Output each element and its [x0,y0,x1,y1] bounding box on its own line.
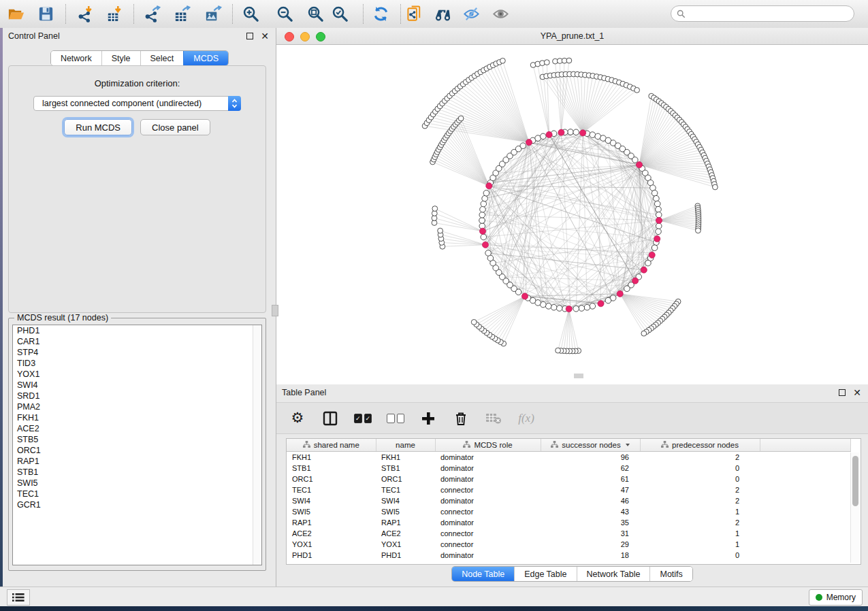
close-panel-icon[interactable]: ✕ [852,387,863,398]
mcds-result-item[interactable]: STP4 [13,347,261,358]
refresh-layout-icon[interactable] [369,3,392,25]
deselect-all-icon[interactable] [387,410,404,427]
mcds-result-item[interactable]: YOX1 [13,369,261,380]
table-cell[interactable]: ORC1 [376,474,435,484]
table-cell[interactable]: 18 [541,550,640,561]
table-row[interactable]: RAP1RAP1dominator352 [287,517,850,528]
table-cell[interactable]: 2 [640,452,760,463]
table-cell[interactable]: ACE2 [376,528,435,539]
table-row[interactable]: SWI4SWI4dominator462 [287,495,850,506]
table-cell[interactable]: STB1 [287,463,376,474]
table-row[interactable]: FKH1FKH1dominator962 [287,452,850,463]
import-network-icon[interactable] [73,3,96,25]
save-session-icon[interactable] [34,3,57,25]
table-cell[interactable]: ORC1 [287,474,376,484]
hide-selected-icon[interactable] [460,3,483,25]
tab-mcds[interactable]: MCDS [183,51,228,65]
table-row[interactable]: ACE2ACE2connector311 [287,528,850,539]
table-cell[interactable]: 0 [640,550,760,561]
splitter-handle[interactable] [272,305,278,316]
table-cell[interactable]: SWI5 [376,506,435,517]
table-cell[interactable]: PHD1 [376,550,435,561]
close-window-button[interactable] [285,32,294,42]
table-row[interactable]: ORC1ORC1dominator610 [287,474,850,484]
import-table-icon[interactable] [102,3,125,25]
table-cell[interactable]: TEC1 [287,484,376,495]
column-header-shared-name[interactable]: shared name [287,439,376,452]
table-cell[interactable]: 1 [640,506,760,517]
column-header-predecessor-nodes[interactable]: predecessor nodes [640,439,760,452]
table-row[interactable]: PHD1PHD1dominator180 [287,550,850,561]
mcds-result-item[interactable]: TEC1 [13,489,261,499]
zoom-out-icon[interactable] [273,3,296,25]
export-image-icon[interactable] [201,3,224,25]
mcds-result-item[interactable]: SWI5 [13,478,261,489]
float-panel-icon[interactable] [244,31,255,42]
optimization-criterion-select[interactable]: largest connected component (undirected) [33,96,241,111]
zoom-selected-icon[interactable] [328,3,351,25]
table-cell[interactable]: 2 [640,495,760,506]
table-cell[interactable]: connector [435,484,541,495]
mcds-result-item[interactable]: ORC1 [13,445,261,456]
table-cell[interactable]: SWI4 [287,495,376,506]
splitter-handle[interactable] [574,374,583,378]
first-neighbors-icon[interactable] [431,3,454,25]
show-column-icon[interactable] [321,410,339,427]
export-table-icon[interactable] [170,3,193,25]
table-cell[interactable]: RAP1 [376,517,435,528]
share-document-icon[interactable] [403,3,426,25]
add-column-icon[interactable] [419,410,437,427]
table-cell[interactable]: connector [435,528,541,539]
function-builder-icon[interactable]: f(x) [517,410,535,427]
float-panel-icon[interactable] [837,387,848,398]
zoom-window-button[interactable] [316,32,325,42]
tab-motifs[interactable]: Motifs [649,567,692,581]
table-cell[interactable]: STB1 [376,463,435,474]
table-cell[interactable]: dominator [435,452,541,463]
export-network-icon[interactable] [140,3,163,25]
mcds-result-item[interactable]: GCR1 [13,499,261,510]
table-cell[interactable]: connector [435,539,541,550]
show-all-icon[interactable] [489,3,512,25]
table-row[interactable]: YOX1YOX1connector291 [287,539,850,550]
table-cell[interactable]: SWI5 [287,506,376,517]
table-cell[interactable]: dominator [435,474,541,484]
table-cell[interactable]: YOX1 [287,539,376,550]
delete-column-icon[interactable] [452,410,470,427]
table-cell[interactable]: dominator [435,463,541,474]
close-panel-icon[interactable]: ✕ [259,31,270,42]
mcds-result-item[interactable]: TID3 [13,358,261,369]
table-cell[interactable]: dominator [435,495,541,506]
table-row[interactable]: SWI5SWI5connector431 [287,506,850,517]
table-cell[interactable]: ACE2 [287,528,376,539]
table-cell[interactable]: SWI4 [376,495,435,506]
table-cell[interactable]: PHD1 [287,550,376,561]
table-cell[interactable]: 47 [541,484,640,495]
select-all-icon[interactable]: ✓✓ [354,410,372,427]
table-cell[interactable]: 0 [640,463,760,474]
mcds-result-item[interactable]: SWI4 [13,380,261,391]
delete-table-icon[interactable] [485,410,502,427]
mcds-result-item[interactable]: STB5 [13,434,261,445]
mcds-result-item[interactable]: STB1 [13,467,261,478]
close-panel-button[interactable]: Close panel [140,119,210,135]
table-cell[interactable]: 96 [541,452,640,463]
column-header-successor-nodes[interactable]: successor nodes [541,439,640,452]
mcds-result-item[interactable]: FKH1 [13,412,261,423]
search-input[interactable] [689,7,854,20]
table-cell[interactable]: 43 [541,506,640,517]
mcds-result-list[interactable]: PHD1CAR1STP4TID3YOX1SWI4SRD1PMA2FKH1ACE2… [12,325,262,565]
list-scrollbar[interactable] [253,325,261,565]
table-cell[interactable]: dominator [435,550,541,561]
mcds-result-item[interactable]: PHD1 [13,325,261,336]
table-cell[interactable]: TEC1 [376,484,435,495]
table-cell[interactable]: 2 [640,484,760,495]
memory-button[interactable]: Memory [809,589,863,606]
table-row[interactable]: TEC1TEC1connector472 [287,484,850,495]
table-cell[interactable]: 61 [541,474,640,484]
mcds-result-item[interactable]: ACE2 [13,423,261,434]
open-file-icon[interactable] [4,3,27,25]
column-header-name[interactable]: name [376,439,435,452]
table-cell[interactable]: YOX1 [376,539,435,550]
table-cell[interactable]: 29 [541,539,640,550]
